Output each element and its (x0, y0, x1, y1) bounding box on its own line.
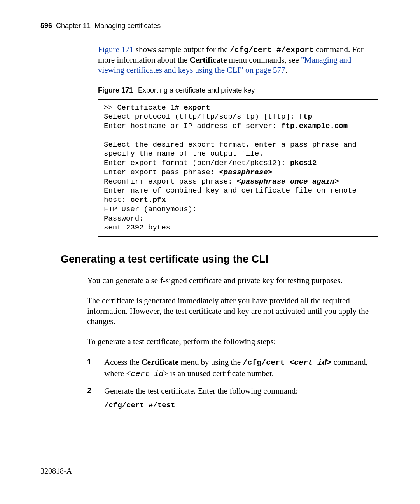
cli-line: >> Certificate 1# (104, 103, 184, 112)
intro-paragraph: Figure 171 shows sample output for the /… (98, 44, 380, 75)
certificate-bold: Certificate (142, 357, 179, 367)
cli-line: Password: (104, 214, 144, 223)
cli-bold: cert.pfx (130, 196, 166, 204)
section-paragraph-3: To generate a test certificate, perform … (87, 336, 375, 346)
step-text: menu by using the (178, 357, 243, 367)
figure-caption: Figure 171 Exporting a certificate and p… (98, 86, 380, 94)
cert-id-variable-ref: cert id (131, 369, 163, 378)
footer-docnum: 320818-A (40, 467, 72, 476)
cli-line: Enter hostname or IP address of server: (104, 122, 281, 130)
step-list: 1 Access the Certificate menu by using t… (87, 357, 375, 410)
step-number: 2 (87, 385, 91, 396)
cli-bold: pkcs12 (290, 159, 317, 167)
cli-line: Select the desired export format, enter … (104, 140, 361, 158)
cli-bold: ftp (299, 112, 312, 121)
cli-line: Reconfirm export pass phrase: (104, 177, 237, 186)
figure-reference-link[interactable]: Figure 171 (98, 45, 134, 54)
cli-bold: export (184, 103, 210, 112)
certificate-bold: Certificate (190, 55, 227, 65)
page-number: 596 (40, 22, 52, 30)
intro-text-1: shows sample output for the (134, 45, 230, 54)
cli-line: Enter export pass phrase: (104, 168, 219, 177)
test-command: /cfg/cert #/test (104, 401, 375, 411)
cfg-cert-command: /cfg/cert (243, 358, 289, 367)
footer-rule (40, 463, 380, 463)
figure-label: Figure 171 (98, 86, 133, 94)
section-heading: Generating a test certificate using the … (61, 253, 380, 265)
cli-line: Enter export format (pem/der/net/pkcs12)… (104, 159, 290, 167)
step-1: 1 Access the Certificate menu by using t… (87, 357, 375, 379)
figure-caption-text: Exporting a certificate and private key (138, 86, 255, 94)
intro-period: . (285, 65, 287, 75)
step-2: 2 Generate the test certificate. Enter t… (87, 385, 375, 410)
cli-bold-italic: <passphrase> (219, 168, 272, 177)
running-header: 596 Chapter 11 Managing certificates (40, 22, 380, 33)
cli-line: Select protocol (tftp/ftp/scp/sftp) [tft… (104, 112, 299, 121)
step-text: Generate the test certificate. Enter the… (104, 386, 298, 396)
cli-output-box: >> Certificate 1# export Select protocol… (98, 99, 378, 237)
cli-bold-italic: <passphrase once again> (237, 177, 339, 186)
section-paragraph-2: The certificate is generated immediately… (87, 296, 375, 326)
cli-bold: ftp.example.com (281, 122, 348, 130)
chapter-title: Managing certificates (94, 22, 161, 30)
cli-line: FTP User (anonymous): (104, 205, 197, 214)
intro-text-3: menu commands, see (227, 55, 301, 65)
section-paragraph-1: You can generate a self-signed certifica… (87, 275, 375, 285)
cli-line: sent 2392 bytes (104, 223, 170, 232)
chapter-label: Chapter 11 (56, 22, 91, 30)
step-text: > is an unused certificate number. (163, 369, 274, 378)
export-command-inline: /cfg/cert #/export (230, 46, 314, 54)
cert-id-variable: <cert id> (289, 358, 331, 367)
step-number: 1 (87, 357, 91, 367)
step-text: Access the (104, 357, 142, 367)
